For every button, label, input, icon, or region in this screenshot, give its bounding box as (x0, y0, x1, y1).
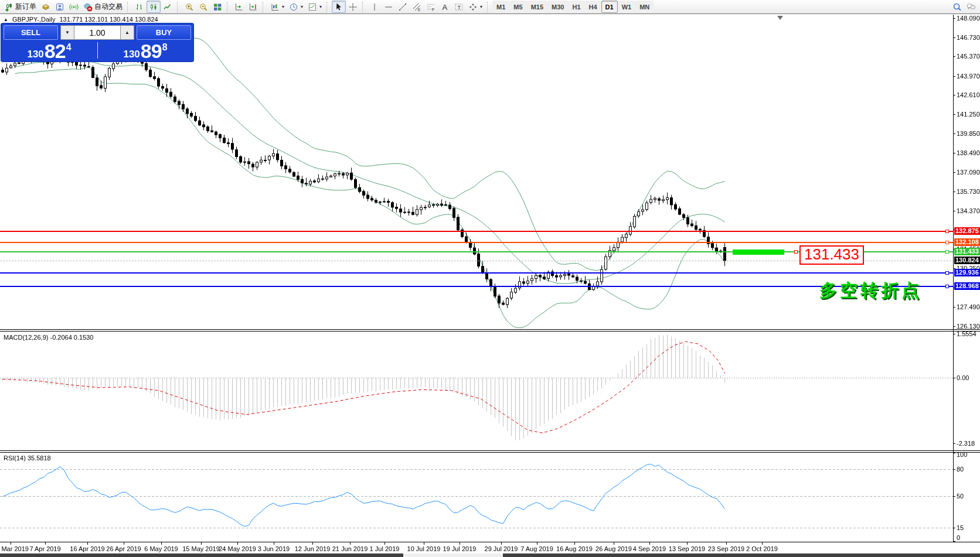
cursor-icon (334, 2, 343, 12)
fibonacci-button[interactable]: F (424, 1, 438, 13)
date-axis-label: 13 Sep 2019 (669, 545, 705, 552)
text-label-button[interactable]: T (452, 1, 466, 13)
chartplus-icon (4, 2, 13, 12)
autotrading-button[interactable]: 自动交易 (81, 1, 125, 13)
vertical-line-button[interactable] (368, 1, 382, 13)
timeframe-m30[interactable]: M30 (547, 1, 568, 13)
text-button[interactable]: A (438, 1, 452, 13)
sell-price-prefix: 130 (27, 49, 43, 59)
cursor-button[interactable] (332, 1, 346, 13)
price-annotation-box[interactable]: 131.433 (799, 245, 864, 265)
volume-input[interactable] (74, 25, 120, 40)
arrows-button[interactable]: ▾ (466, 1, 485, 13)
labelT-icon: T (454, 2, 464, 12)
toolbar-separator (362, 2, 365, 12)
timeframe-w1[interactable]: W1 (618, 1, 636, 13)
chart-shift-button[interactable] (246, 1, 260, 13)
date-axis-label: 2 Oct 2019 (746, 545, 778, 552)
tile-windows-button[interactable] (210, 1, 224, 13)
collapse-panel-icon[interactable]: ▲ (4, 17, 8, 22)
price-axis-label: 143.970 (957, 73, 980, 80)
clock-icon (289, 2, 298, 12)
rsi-indicator-label: RSI(14) 35.5818 (4, 455, 51, 462)
hline-price-chip[interactable]: 128.968 (954, 282, 980, 290)
timeframe-d1[interactable]: D1 (601, 1, 618, 13)
hline-price-chip[interactable]: 132.875 (954, 227, 980, 235)
date-axis-label: 7 Apr 2019 (29, 545, 60, 552)
rsi-axis-label: 100 (957, 451, 967, 458)
zoom-out-button[interactable] (196, 1, 210, 13)
bar-chart-type-button[interactable] (132, 1, 147, 13)
timeframe-m5[interactable]: M5 (509, 1, 526, 13)
toolbar-separator (227, 2, 230, 12)
price-axis-label: 148.090 (957, 15, 980, 22)
new-order-button[interactable]: 新订单 (2, 1, 39, 13)
hline-price-chip[interactable]: 129.936 (954, 269, 980, 276)
date-axis-label: 12 Jun 2019 (295, 545, 331, 552)
candlestick-chart-type-button[interactable] (147, 1, 161, 13)
toolbar-separator (263, 2, 266, 12)
chinese-note-label[interactable]: 多空转折点 (819, 279, 922, 303)
macd-indicator-label: MACD(12,26,9) -0.2064 0.1530 (4, 334, 93, 341)
date-axis-label: 29 Jul 2019 (485, 545, 518, 552)
scrollbar-thumb[interactable] (403, 553, 503, 557)
timeframe-m15[interactable]: M15 (527, 1, 547, 13)
sell-price-sup: 4 (66, 43, 72, 52)
macd-axis-label: 0.00 (957, 374, 969, 381)
buy-price-prefix: 130 (123, 49, 139, 59)
current-price-chip: 130.824 (954, 257, 980, 264)
price-divider (97, 42, 98, 59)
toolbar-separator (487, 2, 490, 12)
buy-button[interactable]: BUY (137, 25, 191, 40)
profile-icon (55, 2, 64, 12)
signals-button[interactable] (67, 1, 81, 13)
timeframe-h1[interactable]: H1 (568, 1, 584, 13)
new-chart-button[interactable]: ▾ (268, 1, 287, 13)
chart-title: ▲ GBPJPY-,Daily 131.771 132.101 130.414 … (4, 16, 158, 23)
toolbar: 新订单自动交易▾▾▾EFAT▾M1M5M15M30H1H4D1W1MN (0, 0, 980, 14)
hline-price-chip[interactable]: 132.108 (954, 238, 980, 246)
indicators-button[interactable]: ▾ (305, 1, 324, 13)
hline-icon (384, 2, 393, 12)
equidistant-channel-button[interactable]: E (410, 1, 424, 13)
volume-decrease-button[interactable]: ▼ (60, 25, 74, 40)
candles-icon (149, 2, 158, 12)
date-axis-label: 15 May 2019 (182, 545, 220, 552)
buy-price-sup: 8 (162, 43, 168, 52)
horizontal-line-button[interactable] (382, 1, 396, 13)
chartshift-icon (249, 2, 258, 12)
profiles-button[interactable]: ▾ (287, 1, 305, 13)
symbol-timeframe-label: GBPJPY-,Daily (12, 16, 56, 23)
bars-icon (135, 2, 144, 12)
date-axis-label: 23 Sep 2019 (708, 545, 744, 552)
price-axis-label: 146.730 (957, 34, 980, 41)
timeframe-m1[interactable]: M1 (492, 1, 509, 13)
date-axis-label: 6 May 2019 (144, 545, 178, 552)
price-axis-label: 139.850 (957, 130, 980, 137)
hline-price-chip[interactable]: 131.433 (954, 248, 980, 255)
auto-scroll-button[interactable] (232, 1, 246, 13)
line-chart-type-button[interactable] (161, 1, 175, 13)
zoom-in-button[interactable] (182, 1, 196, 13)
chat-button[interactable] (964, 1, 978, 13)
date-axis-label: 3 Jun 2019 (258, 545, 290, 552)
profile-button[interactable] (53, 1, 67, 13)
timeframe-mn[interactable]: MN (635, 1, 654, 13)
search-button[interactable] (950, 1, 964, 13)
timeframe-h4[interactable]: H4 (585, 1, 601, 13)
toolbar-separator (326, 2, 329, 12)
trendline-button[interactable] (396, 1, 410, 13)
sell-button[interactable]: SELL (4, 25, 58, 40)
tline-icon (398, 2, 407, 12)
crosshair-button[interactable] (346, 1, 360, 13)
buy-price-big: 89 (141, 41, 162, 61)
volume-increase-button[interactable]: ▲ (120, 25, 134, 40)
price-axis-label: 141.250 (957, 111, 980, 118)
journal-button[interactable] (39, 1, 53, 13)
rsi-axis-label: 50 (957, 493, 964, 500)
toolbar-separator (127, 2, 130, 12)
macd-axis-label: -2.318 (957, 440, 975, 447)
buy-price: 130898 (97, 40, 193, 61)
chart-horizontal-scrollbar[interactable] (0, 553, 980, 557)
dropdown-caret-icon: ▾ (319, 4, 322, 9)
